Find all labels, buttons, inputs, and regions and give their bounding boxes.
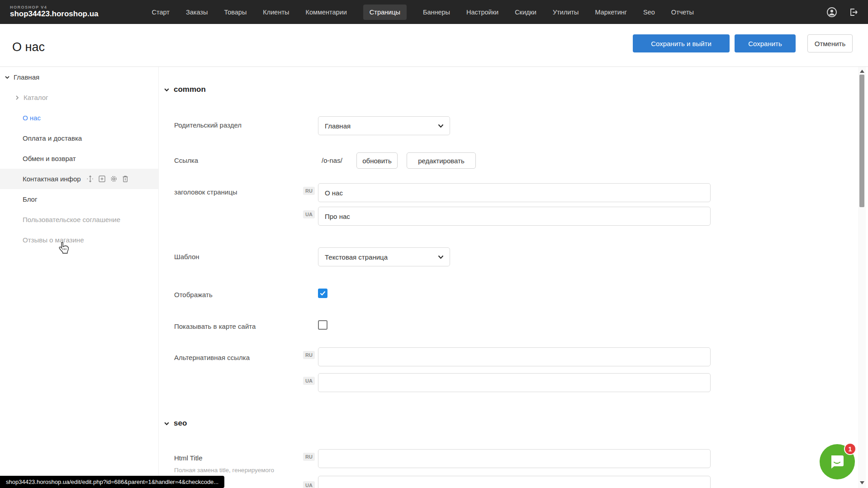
scrollbar-up-arrow[interactable]	[860, 70, 864, 73]
html-title-hint: Полная замена title, генерируемого	[174, 467, 274, 474]
tree-item-label: Главная	[14, 73, 39, 81]
save-button[interactable]: Сохранить	[735, 34, 796, 52]
page-heading-ru-input[interactable]	[318, 183, 711, 202]
nav-banners[interactable]: Баннеры	[423, 9, 450, 16]
template-value: Текстовая страница	[325, 253, 388, 261]
tree-item-label: Каталог	[24, 94, 48, 101]
top-navigation: Старт Заказы Товары Клиенты Комментарии …	[152, 5, 694, 20]
tree-item-label: Оплата и доставка	[23, 134, 82, 142]
alt-link-ru-input[interactable]	[318, 347, 711, 366]
section-seo-toggle[interactable]: seo	[164, 419, 187, 428]
nav-marketing[interactable]: Маркетинг	[595, 9, 627, 16]
tree-item-oplata[interactable]: Оплата и доставка	[0, 128, 158, 148]
nav-clients[interactable]: Клиенты	[263, 9, 289, 16]
link-url-statusbar: shop34423.horoshop.ua/edit/edit.php?id=6…	[0, 476, 224, 488]
cancel-button[interactable]: Отменить	[807, 34, 853, 52]
template-select[interactable]: Текстовая страница	[318, 247, 450, 266]
nav-products[interactable]: Товары	[224, 9, 247, 16]
alt-link-label: Альтернативная ссылка	[174, 354, 250, 361]
logout-icon[interactable]	[848, 7, 859, 18]
nav-reports[interactable]: Отчеты	[671, 9, 694, 16]
tree-item-obmen[interactable]: Обмен и возврат	[0, 148, 158, 169]
nav-settings[interactable]: Настройки	[466, 9, 498, 16]
shop-logo: HOROSHOP V4 shop34423.horoshop.ua	[10, 5, 99, 19]
chevron-down-icon	[438, 124, 444, 128]
lang-badge-ru: RU	[303, 453, 315, 461]
link-label: Ссылка	[174, 156, 198, 164]
tree-item-otzyvy[interactable]: Отзывы о магазине	[0, 230, 158, 250]
sitemap-label: Показывать в карте сайта	[174, 322, 256, 330]
alt-link-ua-input[interactable]	[318, 373, 711, 392]
nav-orders[interactable]: Заказы	[186, 9, 208, 16]
display-label: Отображать	[174, 291, 213, 298]
logo-domain: shop34423.horoshop.ua	[10, 10, 99, 19]
page-header: О нас Сохранить и выйти Сохранить Отмени…	[0, 24, 868, 67]
lang-badge-ua: UA	[303, 377, 315, 385]
lang-badge-ru: RU	[303, 187, 315, 195]
topbar: HOROSHOP V4 shop34423.horoshop.ua Старт …	[0, 0, 868, 24]
tree-item-glavnaya[interactable]: Главная	[0, 67, 158, 87]
tree-item-katalog[interactable]: Каталог	[0, 87, 158, 108]
tree-item-soglashenie[interactable]: Пользовательское соглашение	[0, 209, 158, 230]
chat-unread-badge: 1	[844, 443, 856, 455]
link-update-button[interactable]: обновить	[356, 152, 398, 169]
sitemap-checkbox-unchecked[interactable]	[318, 320, 327, 330]
nav-comments[interactable]: Комментарии	[305, 9, 346, 16]
delete-trash-icon[interactable]	[122, 175, 129, 183]
tree-item-o-nas-selected[interactable]: О нас	[0, 108, 158, 128]
pages-tree-sidebar: Главная Каталог О нас Оплата и доставка …	[0, 67, 159, 488]
page-heading-label: заголовок страницы	[174, 188, 237, 196]
tree-item-label: О нас	[23, 114, 41, 122]
tree-item-label: Контактная инфор	[23, 175, 81, 183]
parent-section-label: Родительский раздел	[174, 121, 242, 129]
display-checkbox-checked[interactable]	[318, 289, 327, 298]
tree-item-label: Отзывы о магазине	[23, 236, 84, 244]
section-common-toggle[interactable]: common	[164, 85, 206, 94]
chevron-down-icon[interactable]	[5, 75, 10, 80]
html-title-label: Html Title	[174, 454, 203, 462]
support-chat-button[interactable]: 1	[820, 444, 855, 479]
topbar-right	[826, 7, 859, 18]
template-label: Шаблон	[174, 253, 199, 261]
html-title-ua-input[interactable]	[318, 476, 711, 488]
add-page-icon[interactable]	[98, 175, 106, 183]
section-common-label: common	[174, 85, 206, 94]
html-title-ru-input[interactable]	[318, 449, 711, 468]
lang-badge-ru: RU	[303, 351, 315, 359]
save-and-exit-button[interactable]: Сохранить и выйти	[633, 34, 730, 52]
parent-section-select[interactable]: Главная	[318, 116, 450, 135]
link-path-value: /o-nas/	[322, 156, 342, 164]
chat-bubble-icon	[828, 453, 846, 471]
chevron-down-icon	[438, 255, 444, 259]
drag-move-icon[interactable]	[86, 175, 94, 183]
parent-section-value: Главная	[325, 122, 351, 130]
user-account-icon[interactable]	[826, 7, 837, 18]
section-seo-label: seo	[174, 419, 187, 428]
nav-discounts[interactable]: Скидки	[515, 9, 536, 16]
vertical-scrollbar	[858, 67, 866, 488]
tree-item-label: Обмен и возврат	[23, 155, 76, 162]
tree-row-actions	[86, 175, 129, 183]
scrollbar-thumb[interactable]	[859, 75, 864, 207]
horoshop-admin-screen: HOROSHOP V4 shop34423.horoshop.ua Старт …	[0, 0, 868, 488]
nav-start[interactable]: Старт	[152, 9, 170, 16]
nav-utilities[interactable]: Утилиты	[553, 9, 579, 16]
nav-seo[interactable]: Seo	[643, 9, 655, 16]
lang-badge-ua: UA	[303, 481, 315, 488]
tree-item-label: Блог	[23, 195, 37, 203]
lang-badge-ua: UA	[303, 210, 315, 218]
page-title: О нас	[12, 40, 45, 54]
page-edit-form: common Родительский раздел Главная Ссылк…	[159, 67, 856, 488]
tree-item-blog[interactable]: Блог	[0, 189, 158, 209]
chevron-down-icon	[164, 421, 170, 426]
tree-item-kontaktnaya-hovered[interactable]: Контактная инфор	[0, 169, 158, 189]
link-edit-button[interactable]: редактировать	[407, 152, 476, 169]
chevron-right-icon[interactable]	[14, 95, 20, 100]
nav-pages-active[interactable]: Страницы	[363, 5, 407, 20]
scrollbar-down-arrow[interactable]	[860, 481, 864, 484]
chevron-down-icon	[164, 87, 170, 93]
page-heading-ua-input[interactable]	[318, 207, 711, 226]
settings-gear-icon[interactable]	[110, 175, 118, 183]
tree-item-label: Пользовательское соглашение	[23, 216, 120, 223]
check-icon	[320, 291, 326, 296]
